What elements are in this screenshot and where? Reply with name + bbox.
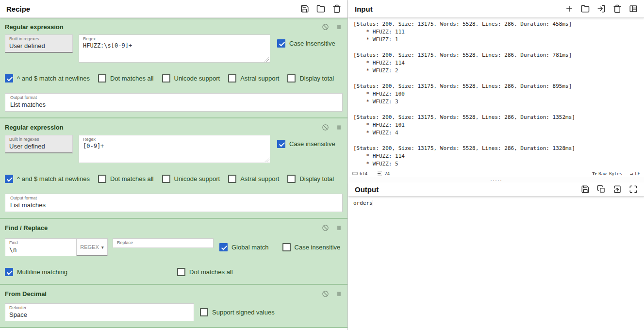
checkbox-case-insensitive[interactable]: Case insensitive (277, 140, 335, 148)
open-file-as-input-icon[interactable] (597, 4, 606, 13)
breakpoint-pause-icon[interactable] (335, 224, 343, 231)
checkbox-box (287, 175, 296, 183)
checkbox-astral-support[interactable]: Astral support (228, 175, 279, 183)
recipe-pane-title: Recipe (6, 5, 300, 13)
replace-input-with-output-icon[interactable] (613, 185, 622, 194)
checkbox-dot-matches-all[interactable]: Dot matches all (98, 74, 154, 82)
input-eol-selector[interactable]: LF (630, 171, 640, 176)
checkbox-multiline-matching[interactable]: Multiline matching (5, 268, 67, 276)
regex-input[interactable]: Regex [0-9]+ (79, 135, 270, 163)
checkbox-astral-support[interactable]: Astral support (228, 74, 279, 82)
io-splitter-handle[interactable] (348, 177, 644, 182)
operation-args-row: Find \n REGEX Replace Global match Case (5, 238, 343, 256)
checkbox-label: ^ and $ match at newlines (17, 75, 90, 82)
checkbox-display-total[interactable]: Display total (287, 74, 334, 82)
breakpoint-pause-icon[interactable] (335, 290, 343, 297)
checkbox-case-insensitive[interactable]: Case insensitive (277, 39, 335, 48)
maximize-output-icon[interactable] (629, 185, 638, 194)
checkbox-display-total[interactable]: Display total (287, 175, 334, 183)
checkbox-box (5, 268, 13, 276)
checkbox-newline-match[interactable]: ^ and $ match at newlines (5, 175, 90, 183)
open-recipe-folder-icon[interactable] (316, 4, 325, 13)
operation-regular-expression-1[interactable]: Regular expression Built in regexes User… (0, 18, 347, 118)
disable-operation-icon[interactable] (322, 290, 329, 297)
operation-controls (322, 124, 343, 131)
line-count: 24 (377, 171, 390, 176)
input-text-area[interactable]: [Status: 200, Size: 13175, Words: 5528, … (348, 18, 644, 170)
output-format-select[interactable]: Output format List matches (5, 194, 343, 212)
char-count: 614 (352, 171, 367, 176)
checkbox-label: Dot matches all (110, 75, 154, 82)
regex-input[interactable]: Regex HFUZZ:\s[0-9]+ (79, 34, 270, 63)
add-input-tab-icon[interactable] (565, 4, 574, 13)
replace-input[interactable]: Replace (113, 238, 214, 248)
operation-args-row: Delimiter Space Support signed values (5, 303, 343, 321)
checkbox-dot-matches-all[interactable]: Dot matches all (177, 268, 233, 276)
copy-output-icon[interactable] (597, 185, 606, 194)
find-input[interactable]: Find \n (5, 238, 77, 256)
disable-operation-icon[interactable] (322, 224, 329, 231)
output-header-icons (581, 185, 638, 194)
breakpoint-pause-icon[interactable] (335, 124, 343, 131)
checkbox-label: Unicode support (174, 75, 220, 82)
recipe-pane: Recipe Regular expression (0, 0, 348, 330)
checkbox-case-insensitive[interactable]: Case insensitive (282, 243, 341, 251)
checkbox-dot-matches-all[interactable]: Dot matches all (98, 175, 154, 183)
operation-find-replace[interactable]: Find / Replace Find \n REGEX (0, 219, 347, 285)
operation-head: From Decimal (5, 287, 343, 300)
clear-recipe-icon[interactable] (332, 4, 341, 13)
operation-head: Find / Replace (5, 221, 343, 234)
tab-layout-icon[interactable] (629, 4, 638, 13)
operation-regular-expression-2[interactable]: Regular expression Built in regexes User… (0, 118, 347, 219)
checkbox-support-signed-values[interactable]: Support signed values (200, 308, 275, 316)
checkbox-unicode-support[interactable]: Unicode support (162, 74, 220, 82)
operation-from-decimal[interactable]: From Decimal Delimiter Space Support sig… (0, 285, 347, 328)
built-in-regexes-select[interactable]: Built in regexes User defined (5, 135, 73, 153)
arg-value: \n (9, 246, 72, 254)
find-input-group: Find \n REGEX (5, 238, 108, 256)
arg-label: Output format (10, 95, 337, 100)
arg-value: User defined (9, 142, 68, 150)
checkbox-global-match[interactable]: Global match (219, 243, 269, 251)
checkbox-label: Dot matches all (110, 175, 154, 182)
disable-operation-icon[interactable] (322, 23, 329, 31)
checkbox-newline-match[interactable]: ^ and $ match at newlines (5, 74, 90, 82)
find-mode-dropdown[interactable]: REGEX (77, 238, 108, 256)
output-text: orders (353, 200, 373, 206)
arg-label: Find (9, 240, 72, 246)
arg-label: Built in regexes (9, 36, 68, 42)
save-output-icon[interactable] (581, 185, 590, 194)
output-format-select[interactable]: Output format List matches (5, 93, 343, 112)
open-folder-as-input-icon[interactable] (581, 4, 590, 13)
checkbox-box (177, 268, 185, 276)
checkbox-box (287, 74, 296, 82)
breakpoint-pause-icon[interactable] (335, 23, 343, 31)
delimiter-select[interactable]: Delimiter Space (5, 303, 194, 321)
checkbox-label: Display total (299, 175, 334, 182)
disable-operation-icon[interactable] (322, 124, 329, 131)
checkbox-label: ^ and $ match at newlines (17, 175, 90, 182)
built-in-regexes-select[interactable]: Built in regexes User defined (5, 34, 73, 53)
io-pane: Input [Status: 200, Size: 13175, Words: … (348, 0, 644, 330)
input-header-icons (565, 4, 638, 13)
resize-handle[interactable] (264, 57, 269, 62)
checkbox-label: Astral support (240, 175, 279, 182)
input-encoding-selector[interactable]: Raw Bytes (592, 171, 622, 176)
input-header: Input (348, 0, 644, 18)
arg-value: HFUZZ:\s[0-9]+ (83, 42, 266, 50)
arg-value: User defined (9, 42, 68, 50)
resize-handle[interactable] (264, 157, 269, 162)
checkbox-label: Case insensitive (289, 140, 335, 148)
operation-checkbox-row: ^ and $ match at newlines Dot matches al… (5, 74, 343, 82)
arg-value: [0-9]+ (83, 142, 266, 150)
clear-input-output-icon[interactable] (613, 4, 622, 13)
checkbox-unicode-support[interactable]: Unicode support (162, 175, 220, 183)
recipe-header-icons (300, 4, 341, 13)
checkbox-box (5, 175, 13, 183)
checkbox-box (277, 140, 285, 148)
checkbox-label: Astral support (240, 75, 279, 82)
recipe-header: Recipe (0, 0, 347, 18)
arg-label: Replace (117, 240, 209, 246)
checkbox-box (228, 175, 236, 183)
save-recipe-icon[interactable] (300, 4, 309, 13)
